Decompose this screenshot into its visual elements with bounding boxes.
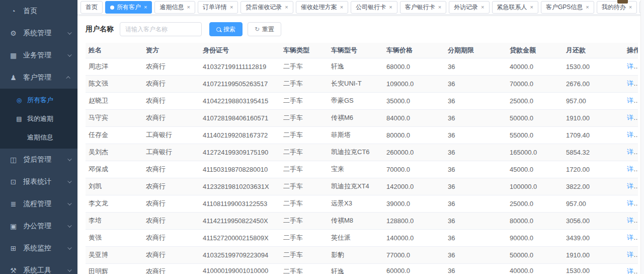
close-icon[interactable]: × bbox=[187, 5, 190, 10]
sidebar-item-report-stats[interactable]: ⊡报表统计 bbox=[0, 171, 77, 193]
tab-overdue-info[interactable]: 逾期信息× bbox=[154, 1, 195, 14]
tab-label: 客户银行卡 bbox=[405, 3, 435, 12]
table-cell: 详情 bbox=[624, 58, 638, 75]
close-icon[interactable]: × bbox=[629, 5, 632, 10]
table-cell: 二手车 bbox=[280, 126, 328, 144]
table-row: 李文龙农商行411081199003122553二手车远景X339000.036… bbox=[86, 195, 638, 212]
table-cell: 36 bbox=[445, 178, 507, 195]
table-body: 周志洋农商行410327199111112819二手车轩逸68000.03640… bbox=[86, 58, 638, 274]
tab-my-todo[interactable]: 我的待办× bbox=[597, 1, 637, 14]
search-button-label: 搜索 bbox=[223, 25, 235, 34]
tab-label: 订单详情 bbox=[203, 3, 227, 12]
detail-link[interactable]: 详情 bbox=[627, 267, 638, 274]
tab-customer-bank-card[interactable]: 客户银行卡× bbox=[400, 1, 446, 14]
close-icon[interactable]: × bbox=[340, 5, 343, 10]
table-cell: 二手车 bbox=[280, 58, 328, 75]
columns-icon: ◫ bbox=[9, 156, 18, 164]
table-cell: 刘凯 bbox=[86, 178, 143, 195]
close-icon[interactable]: × bbox=[230, 5, 233, 10]
table-cell: 二手车 bbox=[280, 92, 328, 109]
table-cell: 80000.0 bbox=[383, 126, 445, 144]
close-icon[interactable]: × bbox=[144, 5, 147, 10]
sidebar-item-home[interactable]: ◔首页 bbox=[0, 0, 77, 22]
tab-label: 我的待办 bbox=[602, 3, 626, 12]
reset-button[interactable]: ↻ 重置 bbox=[248, 22, 281, 36]
sidebar-item-process-mgmt[interactable]: ≣流程管理 bbox=[0, 193, 77, 215]
table-cell: 41152720000215809X bbox=[200, 229, 280, 246]
table-cell: 帝豪GS bbox=[328, 92, 383, 109]
table-cell: 410728198406160571 bbox=[200, 109, 280, 126]
sidebar-item-all-customers[interactable]: ◎所有客户 bbox=[0, 91, 77, 109]
search-icon bbox=[216, 27, 221, 32]
close-icon[interactable]: × bbox=[530, 5, 533, 10]
table-cell: 陈文强 bbox=[86, 75, 143, 92]
table-cell: 详情 bbox=[624, 109, 638, 126]
tab-all-customers[interactable]: 所有客户× bbox=[105, 1, 152, 14]
detail-link[interactable]: 详情 bbox=[627, 251, 638, 258]
sidebar-item-office-mgmt[interactable]: ▣办公管理 bbox=[0, 215, 77, 237]
detail-link[interactable]: 详情 bbox=[627, 131, 638, 139]
table-cell: 影豹 bbox=[328, 246, 383, 263]
sidebar-item-business-mgmt[interactable]: ▦业务管理 bbox=[0, 44, 77, 66]
tab-label: 所有客户 bbox=[117, 3, 141, 12]
detail-link[interactable]: 详情 bbox=[627, 165, 638, 173]
table-header-row: 姓名资方身份证号车辆类型车辆型号车辆价格分期期限贷款金额月还款操作 bbox=[86, 43, 638, 58]
table-cell: 411402199208167372 bbox=[200, 126, 280, 144]
sidebar-item-postloan-mgmt[interactable]: ◫贷后管理 bbox=[0, 149, 77, 171]
table-cell: 41232819810203631X bbox=[200, 178, 280, 195]
table-cell: 100000.0 bbox=[507, 178, 563, 195]
close-icon[interactable]: × bbox=[481, 5, 484, 10]
table-cell: 二手车 bbox=[280, 229, 328, 246]
tab-home[interactable]: 首页 bbox=[80, 1, 103, 14]
sidebar-item-system-mgmt[interactable]: ⚙系统管理 bbox=[0, 22, 77, 44]
table-cell: 农商行 bbox=[143, 195, 200, 212]
tab-customer-gps[interactable]: 客户GPS信息× bbox=[541, 1, 594, 14]
close-icon[interactable]: × bbox=[586, 5, 589, 10]
sidebar-item-label: 系统工具 bbox=[23, 266, 67, 274]
table-cell: 412724199309175190 bbox=[200, 144, 280, 161]
table-cell: 农商行 bbox=[143, 58, 200, 75]
tab-visit-record[interactable]: 外访记录× bbox=[449, 1, 489, 14]
tab-company-bank-card[interactable]: 公司银行卡× bbox=[351, 1, 397, 14]
clipped-avatar bbox=[617, 0, 628, 4]
reset-button-label: 重置 bbox=[262, 25, 274, 34]
table-cell: 50000.0 bbox=[507, 109, 563, 126]
tab-collection-plan[interactable]: 催收处理方案× bbox=[296, 1, 348, 14]
close-icon[interactable]: × bbox=[285, 5, 288, 10]
sidebar-item-system-monitor[interactable]: ⊞系统监控 bbox=[0, 237, 77, 259]
table-cell: 36 bbox=[445, 246, 507, 263]
detail-link[interactable]: 详情 bbox=[627, 62, 638, 70]
chevron-down-icon bbox=[67, 245, 71, 249]
detail-link[interactable]: 详情 bbox=[627, 114, 638, 121]
tab-postloan-collection-record[interactable]: 贷后催收记录× bbox=[240, 1, 293, 14]
table-cell: 农商行 bbox=[143, 246, 200, 263]
table-cell: 35000.0 bbox=[383, 92, 445, 109]
sidebar-item-overdue-info[interactable]: 逾期信息 bbox=[0, 128, 77, 147]
detail-link[interactable]: 详情 bbox=[627, 199, 638, 207]
table-cell: 41142119950822450X bbox=[200, 212, 280, 229]
table-cell: 411081199003122553 bbox=[200, 195, 280, 212]
sidebar-item-system-tools[interactable]: ⚒系统工具 bbox=[0, 259, 77, 274]
search-input[interactable] bbox=[120, 22, 202, 36]
sidebar-item-label: 贷后管理 bbox=[23, 155, 67, 164]
detail-link[interactable]: 详情 bbox=[627, 234, 638, 241]
sidebar-subitem-label: 所有客户 bbox=[27, 96, 53, 105]
refresh-icon: ↻ bbox=[255, 26, 260, 33]
detail-link[interactable]: 详情 bbox=[627, 80, 638, 87]
close-icon[interactable]: × bbox=[389, 5, 392, 10]
detail-link[interactable]: 详情 bbox=[627, 217, 638, 224]
tab-label: 外访记录 bbox=[454, 3, 478, 12]
tab-order-detail[interactable]: 订单详情× bbox=[198, 1, 238, 14]
detail-link[interactable]: 详情 bbox=[627, 148, 638, 156]
tab-emergency-contact[interactable]: 紧急联系人× bbox=[492, 1, 538, 14]
search-field-label: 用户名称 bbox=[86, 25, 114, 34]
search-button[interactable]: 搜索 bbox=[209, 22, 243, 36]
sidebar-item-label: 办公管理 bbox=[23, 222, 67, 231]
detail-link[interactable]: 详情 bbox=[627, 182, 638, 190]
detail-link[interactable]: 详情 bbox=[627, 97, 638, 104]
sidebar-item-customer-mgmt[interactable]: ♟客户管理 bbox=[0, 66, 77, 89]
close-icon[interactable]: × bbox=[438, 5, 441, 10]
content-panel: 用户名称 搜索 ↻ 重置 姓名资方身份证号车辆类型车辆型号车辆价格分期期限贷款金… bbox=[77, 15, 644, 274]
vertical-scrollbar[interactable] bbox=[640, 0, 644, 274]
sidebar-item-my-overdue[interactable]: ▤我的逾期 bbox=[0, 109, 77, 128]
